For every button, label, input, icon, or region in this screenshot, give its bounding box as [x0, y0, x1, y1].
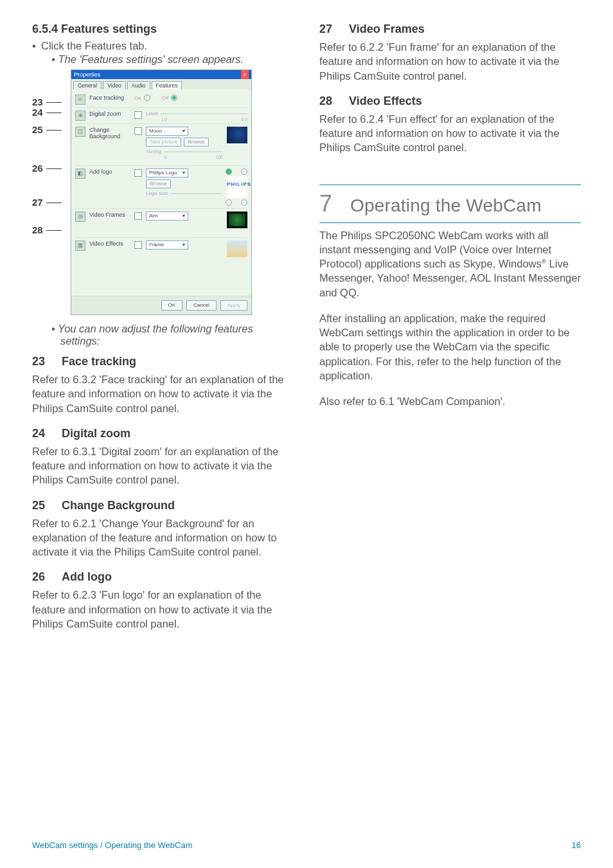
effects-icon: ▥: [75, 240, 85, 251]
dialog-tabs: General Video Audio Features: [71, 79, 251, 89]
label-video-effects: Video Effects: [89, 240, 130, 247]
checkbox-frames[interactable]: [134, 212, 142, 220]
tab-features[interactable]: Features: [152, 81, 182, 89]
tab-general[interactable]: General: [73, 81, 102, 89]
heading-654: 6.5.4 Features settings: [32, 23, 294, 36]
logo-icon: ◧: [75, 168, 85, 179]
logo-corner-select-bottom[interactable]: [226, 199, 247, 206]
select-frames[interactable]: Aim▾: [146, 212, 188, 221]
callout-26: 26: [32, 163, 43, 174]
cancel-button[interactable]: Cancel: [186, 300, 217, 311]
bullet-click-features: •Click the Features tab.: [32, 40, 294, 52]
checkbox-logo[interactable]: [134, 169, 142, 177]
num-25: 25: [32, 499, 50, 512]
dialog-title: Properties: [74, 70, 100, 79]
heading-24: 24Digital zoom: [32, 427, 294, 440]
bullet2-line1: You can now adjust the following feature…: [58, 323, 253, 334]
label-on: On: [134, 95, 141, 101]
select-effects[interactable]: Frame▾: [146, 240, 188, 249]
lead-25: [46, 130, 62, 131]
apply-button[interactable]: Apply: [220, 300, 247, 311]
preview-effects: [227, 240, 247, 257]
label-tuning-min: 0: [164, 155, 166, 159]
label-tuning-max: 100: [215, 155, 223, 159]
label-add-logo: Add logo: [89, 168, 130, 175]
para-also-refer: Also refer to 6.1 'WebCam Companion'.: [319, 394, 581, 408]
num-24: 24: [32, 427, 50, 440]
para1-a: The Philips SPC2050NC WebCam works with …: [319, 230, 551, 270]
close-icon[interactable]: ×: [241, 70, 249, 79]
callout-23: 23: [32, 96, 43, 107]
label-tuning: Tuning: [146, 149, 161, 154]
checkbox-zoom[interactable]: [134, 111, 142, 119]
para-28: Refer to 6.2.4 'Fun effect' for an expla…: [319, 112, 581, 155]
title-27: Video Frames: [349, 23, 425, 35]
label-logo-size: Logo size: [146, 190, 168, 196]
registered-mark: ®: [542, 258, 546, 265]
radio-face-on[interactable]: [144, 95, 150, 101]
checkbox-background[interactable]: [134, 127, 142, 135]
corner-bl[interactable]: [226, 199, 232, 206]
select-effects-value: Frame: [149, 241, 164, 249]
face-icon: ☺: [75, 95, 85, 105]
properties-dialog: Properties × General Video Audio Feature…: [71, 69, 252, 315]
bullet-text: Click the Features tab.: [41, 40, 147, 51]
corner-br[interactable]: [241, 199, 247, 206]
dialog-body: ☺ Face tracking On Off ⊕ Digital: [71, 89, 251, 296]
select-background-value: Moon: [149, 127, 162, 135]
zoom-icon: ⊕: [75, 111, 85, 121]
label-face-tracking: Face tracking: [89, 95, 130, 101]
para-24: Refer to 6.3.1 'Digital zoom' for an exp…: [32, 444, 294, 487]
title-28: Video Effects: [349, 95, 422, 107]
select-background[interactable]: Moon▾: [146, 127, 188, 136]
corner-tr[interactable]: [241, 168, 247, 175]
button-take-picture[interactable]: Take picture: [146, 138, 181, 147]
num-23: 23: [32, 355, 50, 368]
lead-28: [46, 230, 62, 231]
chapter-heading: 7 Operating the WebCam: [319, 190, 581, 217]
heading-26: 26Add logo: [32, 570, 294, 584]
title-24: Digital zoom: [62, 427, 130, 440]
bullet-adjust-following: • You can now adjust the following featu…: [32, 323, 294, 347]
bullet2-line2: settings:: [51, 335, 294, 347]
label-video-frames: Video Frames: [89, 212, 130, 218]
tab-audio[interactable]: Audio: [127, 81, 150, 89]
lead-27: [46, 203, 62, 203]
bullet-sub-text: The 'Features settings' screen appears.: [58, 53, 244, 65]
label-digital-zoom: Digital zoom: [89, 111, 130, 117]
ok-button[interactable]: OK: [161, 300, 183, 311]
label-change-background: Change Background: [89, 127, 130, 140]
para-27: Refer to 6.2.2 'Fun frame' for an explan…: [319, 40, 581, 83]
row-video-frames: ◎ Video Frames Aim▾: [75, 208, 247, 237]
label-level: Level: [146, 111, 158, 116]
chapter-title: Operating the WebCam: [350, 195, 542, 216]
title-23: Face tracking: [62, 355, 136, 368]
select-logo-value: Philips Logo: [149, 169, 177, 177]
select-logo[interactable]: Philips Logo▾: [146, 168, 188, 177]
heading-28: 28Video Effects: [319, 95, 581, 108]
radio-face-off[interactable]: [171, 95, 177, 101]
button-browse-logo[interactable]: Browse: [146, 179, 171, 188]
button-browse-bg[interactable]: Browse: [184, 138, 209, 147]
row-face-tracking: ☺ Face tracking On Off: [75, 92, 247, 107]
para-25: Refer to 6.2.1 'Change Your Background' …: [32, 516, 294, 559]
label-off: Off: [162, 95, 169, 101]
checkbox-effects[interactable]: [134, 241, 142, 249]
preview-background: [227, 127, 247, 143]
label-zoom-min: 1.0: [161, 117, 167, 122]
corner-tl[interactable]: [226, 168, 232, 175]
tab-video[interactable]: Video: [103, 81, 126, 89]
chapter-rule-bottom: [319, 222, 581, 223]
num-28: 28: [319, 95, 337, 108]
page-footer: WebCam settings / Operating the WebCam 1…: [32, 840, 581, 850]
chevron-down-icon: ▾: [182, 241, 185, 249]
para-23: Refer to 6.3.2 'Face tracking' for an ex…: [32, 372, 294, 415]
row-add-logo: ◧ Add logo Philips Logo▾ Browse Logo siz…: [75, 165, 247, 208]
heading-25: 25Change Background: [32, 499, 294, 512]
footer-page-number: 16: [572, 840, 581, 850]
dialog-titlebar[interactable]: Properties ×: [71, 70, 251, 79]
title-26: Add logo: [62, 570, 112, 583]
preview-frames: [227, 212, 247, 228]
chevron-down-icon: ▾: [182, 169, 185, 177]
logo-corner-select[interactable]: [226, 168, 247, 175]
